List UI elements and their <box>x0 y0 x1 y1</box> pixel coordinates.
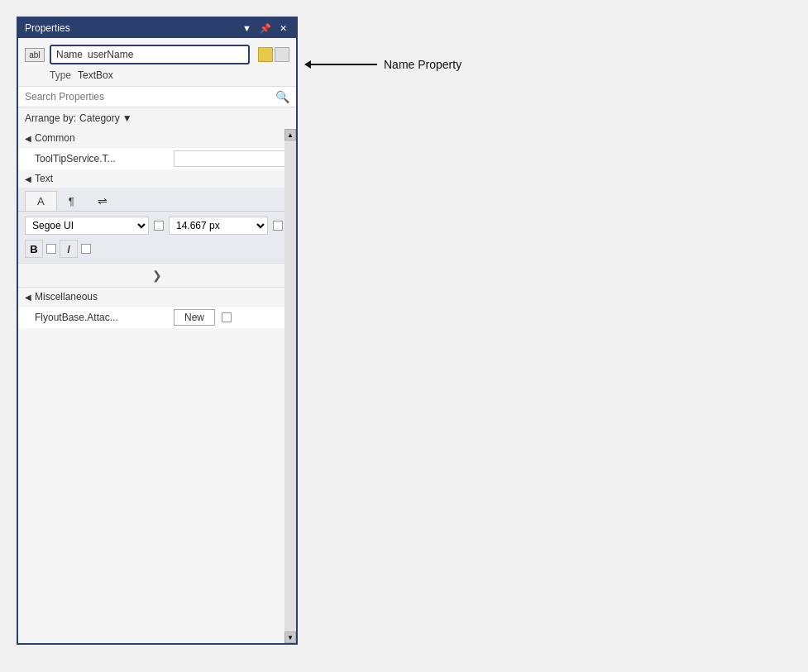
tab-spacing[interactable]: ⇌ <box>86 191 119 211</box>
common-label: Common <box>35 132 75 144</box>
section-common-header: ◀ Common <box>18 129 296 147</box>
text-tabs: A ¶ ⇌ <box>18 188 296 212</box>
tab-paragraph[interactable]: ¶ <box>57 192 86 211</box>
scroll-down-btn[interactable]: ▼ <box>284 631 296 643</box>
font-family-check[interactable] <box>154 221 164 231</box>
type-section: Type TextBox <box>18 68 296 86</box>
annotation-text: Name Property <box>384 58 461 71</box>
type-value: TextBox <box>78 69 113 81</box>
misc-triangle: ◀ <box>25 293 31 302</box>
name-btn-yellow[interactable] <box>258 47 273 62</box>
bold-italic-row: B I <box>25 240 289 258</box>
font-size-select[interactable]: 14.667 px <box>169 217 268 235</box>
tooltip-prop-name: ToolTipService.T... <box>35 153 167 164</box>
text-triangle: ◀ <box>25 174 31 183</box>
section-misc-header: ◀ Miscellaneous <box>18 288 296 306</box>
text-subsection: A ¶ ⇌ Segoe UI 14.667 px <box>18 188 296 263</box>
expand-chevron: ❯ <box>152 269 162 282</box>
name-btn-gray[interactable] <box>275 47 289 62</box>
properties-panel: Properties ▼ 📌 ✕ abl Name Type TextBox <box>17 17 298 645</box>
arrange-bar: Arrange by: Category ▼ <box>18 107 296 129</box>
font-family-select[interactable]: Segoe UI <box>25 217 149 235</box>
pin-icon[interactable]: 📌 <box>257 21 274 35</box>
name-input[interactable] <box>88 49 243 60</box>
arrange-label: Arrange by: <box>25 112 76 124</box>
search-input[interactable] <box>25 91 275 102</box>
name-input-wrapper: Name <box>50 45 250 64</box>
annotation-line: Name Property <box>304 58 461 71</box>
expand-button[interactable]: ❯ <box>18 263 296 288</box>
flyout-prop-name: FlyoutBase.Attac... <box>35 312 167 323</box>
misc-label: Miscellaneous <box>35 291 98 303</box>
text-controls: Segoe UI 14.667 px B I <box>18 212 296 263</box>
font-size-check[interactable] <box>273 221 283 231</box>
titlebar-controls: ▼ 📌 ✕ <box>240 21 289 35</box>
annotation-wrapper: Name Property <box>298 58 461 71</box>
bold-button[interactable]: B <box>25 240 43 258</box>
text-label: Text <box>35 173 53 184</box>
tab-font-a[interactable]: A <box>25 191 57 211</box>
italic-button[interactable]: I <box>60 240 78 258</box>
arrow-head <box>304 60 311 69</box>
scroll-up-btn[interactable]: ▲ <box>284 129 296 141</box>
scrollbar[interactable]: ▲ ▼ <box>284 129 296 643</box>
property-row-tooltip: ToolTipService.T... <box>18 147 296 169</box>
italic-check[interactable] <box>81 244 91 254</box>
name-label: Name <box>56 49 83 60</box>
arrange-dropdown[interactable]: Category ▼ <box>79 112 132 124</box>
panel-titlebar: Properties ▼ 📌 ✕ <box>18 18 296 38</box>
close-icon[interactable]: ✕ <box>277 21 289 35</box>
search-bar: 🔍 <box>18 86 296 107</box>
panel-wrapper: Properties ▼ 📌 ✕ abl Name Type TextBox <box>17 17 461 645</box>
scroll-area: ◀ Common ToolTipService.T... ◀ Text A ¶ … <box>18 129 296 643</box>
arrange-arrow: ▼ <box>122 112 132 124</box>
panel-title: Properties <box>25 22 70 34</box>
tooltip-prop-input[interactable] <box>174 150 296 167</box>
section-text-header: ◀ Text <box>18 169 296 188</box>
search-icon[interactable]: 🔍 <box>275 90 289 103</box>
flyout-prop-check[interactable] <box>222 312 232 322</box>
bold-check[interactable] <box>46 244 56 254</box>
property-row-flyout: FlyoutBase.Attac... New <box>18 306 296 328</box>
type-label: Type <box>50 69 71 81</box>
name-section: abl Name <box>18 38 296 68</box>
abl-icon: abl <box>25 48 45 62</box>
font-row: Segoe UI 14.667 px <box>25 217 289 235</box>
name-right-buttons <box>258 47 289 62</box>
arrange-value: Category <box>79 112 120 124</box>
dropdown-icon[interactable]: ▼ <box>240 21 254 35</box>
common-triangle: ◀ <box>25 134 31 143</box>
new-button[interactable]: New <box>174 309 215 326</box>
annotation-arrow <box>304 60 377 69</box>
arrow-line <box>311 64 377 65</box>
